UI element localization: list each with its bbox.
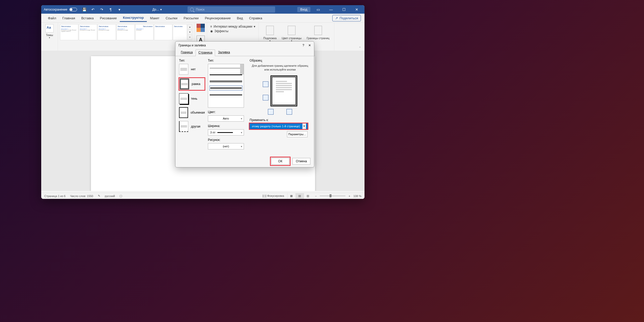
width-dropdown[interactable]: 3 пт bbox=[208, 129, 244, 135]
tab-insert[interactable]: Вставка bbox=[78, 15, 97, 22]
undo-icon[interactable]: ↶ bbox=[91, 7, 95, 12]
maximize-icon[interactable]: ☐ bbox=[339, 6, 349, 13]
edge-right-button[interactable] bbox=[286, 109, 292, 115]
edge-left-button[interactable] bbox=[268, 109, 274, 115]
ok-button[interactable]: ОК bbox=[271, 158, 289, 165]
tab-fill[interactable]: Заливка bbox=[215, 49, 233, 56]
paragraph-spacing-button[interactable]: ≡Интервал между абзацами▾ bbox=[210, 24, 255, 29]
tab-home[interactable]: Главная bbox=[59, 15, 78, 22]
custom-icon bbox=[179, 121, 188, 132]
tab-help[interactable]: Справка bbox=[246, 15, 265, 22]
tab-layout[interactable]: Макет bbox=[147, 15, 163, 22]
style-list[interactable] bbox=[208, 64, 244, 108]
style-set-item[interactable]: ЗаголовокЗаголовок 1Коллекция на вкладке bbox=[98, 24, 116, 40]
pilcrow-icon[interactable]: ¶ bbox=[108, 7, 113, 12]
minimize-icon[interactable]: — bbox=[326, 6, 336, 13]
tab-design[interactable]: Конструктор bbox=[120, 14, 147, 22]
accessibility-icon[interactable]: ▢ bbox=[120, 194, 122, 198]
tab-review[interactable]: Рецензирование bbox=[202, 15, 234, 22]
customize-qat-icon[interactable]: ▾ bbox=[117, 7, 121, 12]
edge-top-button[interactable] bbox=[263, 81, 268, 87]
line-style-item[interactable] bbox=[210, 72, 242, 77]
colors-button[interactable] bbox=[197, 24, 205, 32]
help-icon[interactable]: ? bbox=[302, 44, 304, 47]
titlebar-right: Вход ▭ — ☐ ✕ bbox=[297, 6, 362, 13]
document-title[interactable]: До… ▾ bbox=[152, 8, 162, 11]
line-style-item[interactable] bbox=[210, 86, 242, 90]
zoom-slider[interactable] bbox=[320, 196, 345, 196]
style-set-item[interactable]: ЗаголовокЗаголовок 1Коллекция на вкладке bbox=[116, 24, 135, 40]
style-column: Тип: Цвет: Авто Ширина: 3 пт Рисунок: (н… bbox=[208, 59, 247, 151]
style-gallery[interactable]: ЗаголовокЗаголовок 1Коллекция на вкладке… bbox=[60, 24, 192, 40]
chevron-down-icon: ▾ bbox=[160, 8, 162, 11]
effects-button[interactable]: ◉Эффекты bbox=[210, 29, 255, 33]
share-button[interactable]: ↗ Поделиться bbox=[332, 15, 361, 21]
scroll-down-icon[interactable]: ▾ bbox=[188, 30, 192, 35]
view-buttons: ▦ ▤ ▥ bbox=[287, 193, 312, 199]
color-label: Цвет: bbox=[208, 110, 247, 114]
box-icon bbox=[180, 79, 189, 89]
apply-to-dropdown[interactable]: этому разделу (только 1-й странице) bbox=[250, 123, 308, 129]
setting-3d[interactable]: объемная bbox=[179, 107, 205, 118]
page-color-button[interactable]: Цвет страницы▾ bbox=[282, 26, 302, 42]
print-layout-icon[interactable]: ▤ bbox=[295, 193, 304, 199]
word-count[interactable]: Число слов: 1550 bbox=[70, 194, 93, 198]
color-dropdown[interactable]: Авто bbox=[208, 115, 244, 122]
line-style-item[interactable] bbox=[210, 79, 242, 84]
search-input[interactable]: Поиск bbox=[188, 6, 275, 13]
collapse-ribbon-icon[interactable]: ⌃ bbox=[357, 46, 362, 50]
setting-box[interactable]: рамка bbox=[179, 78, 205, 90]
cancel-button[interactable]: Отмена bbox=[292, 158, 310, 165]
preview-box[interactable] bbox=[270, 75, 297, 106]
close-icon[interactable]: ✕ bbox=[308, 44, 311, 47]
focus-mode-button[interactable]: [◻] Фокусировка bbox=[262, 194, 284, 198]
watermark-button[interactable]: Подложка▾ bbox=[263, 26, 276, 42]
zoom-out-icon[interactable]: − bbox=[315, 194, 317, 198]
style-set-item[interactable]: Заголовок bbox=[154, 24, 172, 40]
tab-border[interactable]: Граница bbox=[178, 49, 196, 56]
tab-references[interactable]: Ссылки bbox=[163, 15, 181, 22]
redo-icon[interactable]: ↷ bbox=[100, 7, 104, 12]
style-set-item[interactable]: ЗаголовокЗаголовок 1Коллекция на вкладке… bbox=[60, 24, 78, 40]
tab-view[interactable]: Вид bbox=[234, 15, 246, 22]
style-set-item[interactable]: Заголово bbox=[173, 24, 187, 40]
art-dropdown[interactable]: (нет) bbox=[208, 143, 244, 149]
tab-file[interactable]: Файл bbox=[45, 15, 59, 22]
scrollbar-thumb[interactable] bbox=[240, 64, 244, 74]
setting-shadow[interactable]: тень bbox=[179, 93, 205, 104]
setting-custom[interactable]: другая bbox=[179, 121, 205, 132]
spellcheck-icon[interactable]: ✎ bbox=[98, 194, 100, 198]
line-style-item[interactable] bbox=[210, 66, 242, 70]
style-set-item[interactable]: ЗаголовокЗаголовок 1Коллекция bbox=[135, 24, 154, 40]
page-borders-button[interactable]: Границы страниц bbox=[307, 26, 329, 42]
toggle-icon bbox=[69, 8, 77, 11]
tab-draw[interactable]: Рисование bbox=[97, 15, 120, 22]
scroll-up-icon[interactable]: ▴ bbox=[188, 24, 192, 30]
language-status[interactable]: русский bbox=[105, 194, 115, 198]
save-icon[interactable]: 💾 bbox=[82, 7, 86, 12]
dialog-tabs: Граница Страница Заливка bbox=[175, 49, 314, 56]
style-set-item[interactable]: ЗаголовокЗаголовок 1Коллекция на вкладке… bbox=[79, 24, 97, 40]
zoom-level[interactable]: 108 % bbox=[353, 194, 361, 198]
ribbon-tabs: Файл Главная Вставка Рисование Конструкт… bbox=[41, 14, 365, 23]
web-layout-icon[interactable]: ▥ bbox=[304, 193, 312, 199]
3d-icon bbox=[179, 107, 188, 118]
gallery-scroll[interactable]: ▴▾≡ bbox=[188, 24, 192, 40]
ribbon-display-icon[interactable]: ▭ bbox=[313, 6, 323, 13]
tab-mailings[interactable]: Рассылки bbox=[181, 15, 202, 22]
edge-bottom-button[interactable] bbox=[263, 95, 268, 100]
setting-none[interactable]: нет bbox=[179, 64, 205, 75]
page-status[interactable]: Страница 1 из 6 bbox=[44, 194, 65, 198]
zoom-in-icon[interactable]: + bbox=[349, 194, 350, 198]
options-button[interactable]: Параметры… bbox=[287, 131, 308, 137]
close-icon[interactable]: ✕ bbox=[352, 6, 362, 13]
expand-icon[interactable]: ≡ bbox=[188, 35, 192, 40]
read-mode-icon[interactable]: ▦ bbox=[287, 193, 295, 199]
login-button[interactable]: Вход bbox=[297, 7, 310, 12]
preview-column: Образец Для добавления границ щелкните о… bbox=[250, 59, 310, 151]
quick-access-toolbar: 💾 ↶ ↷ ¶ ▾ bbox=[82, 7, 121, 12]
autosave-toggle[interactable]: Автосохранение bbox=[44, 8, 77, 11]
themes-button[interactable]: Темы ▾ bbox=[43, 24, 56, 39]
line-style-item[interactable] bbox=[210, 92, 242, 97]
tab-page[interactable]: Страница bbox=[196, 49, 215, 56]
